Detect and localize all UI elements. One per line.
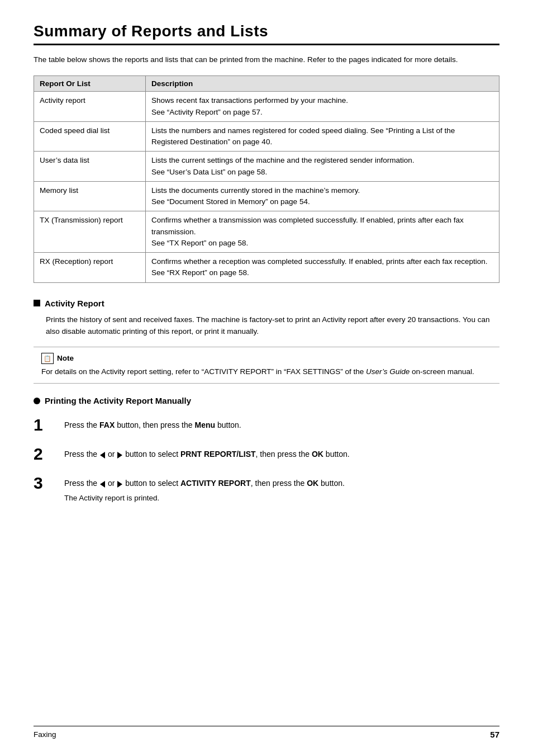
steps-container: 1Press the FAX button, then press the Me… [34, 415, 499, 504]
note-box: 📋 Note For details on the Activity repor… [34, 347, 499, 384]
table-row: RX (Reception) reportConfirms whether a … [34, 253, 499, 283]
footer-section: Faxing [34, 730, 56, 739]
note-icon: 📋 [41, 353, 54, 365]
table-cell-description: Confirms whether a reception was complet… [146, 253, 499, 283]
report-table: Report Or List Description Activity repo… [34, 75, 499, 282]
page-footer: Faxing 57 [34, 726, 499, 739]
table-cell-name: Coded speed dial list [34, 121, 146, 152]
note-text: For details on the Activity report setti… [41, 366, 492, 377]
table-row: Activity reportShows recent fax transact… [34, 92, 499, 122]
step-text: Press the or button to select ACTIVITY R… [64, 477, 499, 489]
table-row: TX (Transmission) reportConfirms whether… [34, 211, 499, 253]
col-header-report: Report Or List [34, 76, 146, 92]
right-arrow-icon [117, 452, 122, 459]
table-cell-description: Lists the current settings of the machin… [146, 152, 499, 182]
title-rule [34, 44, 499, 45]
table-cell-description: Lists the documents currently stored in … [146, 181, 499, 211]
step: 2Press the or button to select PRNT REPO… [34, 445, 499, 462]
step-number: 1 [34, 415, 64, 433]
table-cell-name: TX (Transmission) report [34, 211, 146, 253]
step-content: Press the or button to select PRNT REPOR… [64, 445, 499, 460]
step: 3Press the or button to select ACTIVITY … [34, 474, 499, 504]
table-row: User’s data listLists the current settin… [34, 152, 499, 182]
square-bullet-icon [34, 300, 40, 306]
step-number: 3 [34, 474, 64, 492]
circle-bullet-icon [34, 398, 40, 404]
table-row: Coded speed dial listLists the numbers a… [34, 121, 499, 152]
table-cell-name: Memory list [34, 181, 146, 211]
step-sub-note: The Activity report is printed. [64, 492, 499, 504]
table-cell-description: Lists the numbers and names registered f… [146, 121, 499, 152]
table-cell-description: Shows recent fax transactions performed … [146, 92, 499, 122]
step-content: Press the FAX button, then press the Men… [64, 415, 499, 431]
step-number: 2 [34, 445, 64, 462]
footer-page: 57 [490, 730, 499, 739]
intro-text: The table below shows the reports and li… [34, 54, 499, 65]
printing-section-heading: Printing the Activity Report Manually [34, 396, 499, 405]
table-row: Memory listLists the documents currently… [34, 181, 499, 211]
table-cell-description: Confirms whether a transmission was comp… [146, 211, 499, 253]
activity-report-body: Prints the history of sent and received … [34, 314, 499, 338]
step: 1Press the FAX button, then press the Me… [34, 415, 499, 433]
step-text: Press the FAX button, then press the Men… [64, 419, 499, 431]
step-content: Press the or button to select ACTIVITY R… [64, 474, 499, 504]
table-cell-name: RX (Reception) report [34, 253, 146, 283]
step-text: Press the or button to select PRNT REPOR… [64, 448, 499, 460]
right-arrow-icon [117, 481, 122, 488]
activity-report-heading: Activity Report [34, 299, 499, 308]
col-header-description: Description [146, 76, 499, 92]
page-title: Summary of Reports and Lists [34, 22, 499, 40]
left-arrow-icon [100, 452, 105, 459]
table-cell-name: User’s data list [34, 152, 146, 182]
table-cell-name: Activity report [34, 92, 146, 122]
note-title: 📋 Note [41, 353, 492, 365]
left-arrow-icon [100, 481, 105, 488]
